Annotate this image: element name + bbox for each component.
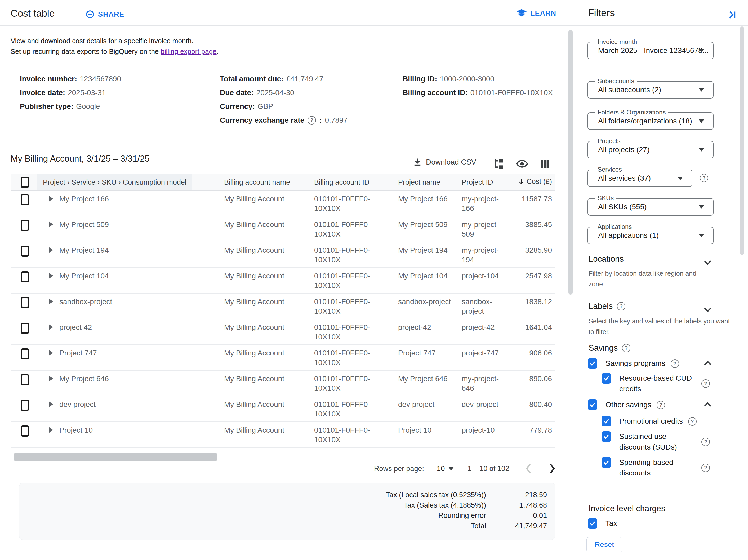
expand-row-icon[interactable] — [49, 247, 53, 253]
filters-scrollbar[interactable] — [740, 26, 744, 255]
next-page-button[interactable] — [548, 463, 556, 474]
row-checkbox[interactable] — [21, 194, 29, 205]
exchange-rate-label: Currency exchange rate — [220, 113, 304, 127]
cell-billing-account-id: 010101-F0FFF0-10X10X — [314, 323, 376, 342]
locations-section-title: Locations — [588, 254, 624, 264]
billing-export-link[interactable]: billing export page — [161, 47, 217, 55]
resource-cud-checkbox[interactable] — [602, 373, 611, 383]
cell-billing-account-name: My Billing Account — [224, 194, 314, 216]
row-checkbox[interactable] — [21, 323, 29, 334]
services-select[interactable]: Services All services (37) — [587, 169, 693, 187]
row-checkbox[interactable] — [21, 297, 29, 308]
help-icon[interactable]: ? — [307, 116, 316, 124]
expand-row-icon[interactable] — [49, 196, 53, 202]
column-header-project-name[interactable]: Project name — [398, 178, 462, 186]
invoice-month-select[interactable]: Invoice month March 2025 - Invoice 12345… — [587, 42, 714, 59]
cell-billing-account-name: My Billing Account — [224, 297, 314, 319]
chevron-down-icon[interactable] — [702, 304, 713, 315]
cell-billing-account-name: My Billing Account — [224, 348, 314, 370]
horizontal-scrollbar[interactable] — [14, 453, 217, 461]
column-header-cost[interactable]: Cost (£) — [510, 178, 555, 187]
select-all-checkbox[interactable] — [21, 177, 29, 188]
cell-billing-account-name: My Billing Account — [224, 323, 314, 344]
expand-row-icon[interactable] — [49, 299, 53, 304]
expand-row-icon[interactable] — [49, 401, 53, 407]
tax-checkbox[interactable] — [588, 518, 597, 529]
services-value: All services (37) — [598, 174, 651, 183]
help-icon[interactable]: ? — [701, 379, 710, 388]
table-row: My Project 104 My Billing Account 010101… — [10, 268, 555, 294]
spending-discounts-checkbox[interactable] — [602, 457, 611, 468]
table-header-row: Project › Service › SKU › Consumption mo… — [10, 174, 555, 191]
row-checkbox[interactable] — [21, 348, 29, 359]
table-row: dev project My Billing Account 010101-F0… — [10, 396, 555, 422]
row-checkbox[interactable] — [21, 246, 29, 257]
subaccounts-select[interactable]: Subaccounts All subaccounts (2) — [587, 81, 714, 98]
cell-project-group: sandbox-project — [59, 297, 112, 306]
column-header-project-id[interactable]: Project ID — [462, 178, 510, 186]
due-date-value: 2025-04-30 — [256, 89, 294, 97]
expand-row-icon[interactable] — [49, 376, 53, 381]
help-icon[interactable]: ? — [700, 174, 708, 182]
help-icon[interactable]: ? — [617, 302, 625, 310]
share-button[interactable]: SHARE — [85, 9, 124, 19]
row-checkbox[interactable] — [21, 425, 29, 437]
learn-button[interactable]: LEARN — [516, 8, 556, 18]
folders-organizations-select[interactable]: Folders & Organizations All folders/orga… — [587, 112, 714, 130]
column-header-billing-account-id[interactable]: Billing account ID — [314, 178, 398, 186]
cell-project-id: my-project-646 — [462, 374, 504, 393]
subaccounts-value: All subaccounts (2) — [598, 86, 661, 94]
billing-account-id-value: 010101-F0FFF0-10X10X — [470, 89, 553, 97]
expand-row-icon[interactable] — [49, 324, 53, 330]
skus-select[interactable]: SKUs All SKUs (555) — [587, 198, 714, 216]
expand-row-icon[interactable] — [49, 221, 53, 227]
rows-per-page-select[interactable]: 10 — [437, 465, 454, 473]
row-checkbox[interactable] — [21, 400, 29, 411]
row-checkbox[interactable] — [21, 220, 29, 231]
flatten-tree-icon[interactable] — [493, 158, 505, 169]
column-header-billing-account-name[interactable]: Billing account name — [224, 178, 314, 186]
other-savings-checkbox[interactable] — [588, 399, 597, 410]
download-csv-button[interactable]: Download CSV — [413, 157, 476, 167]
row-checkbox[interactable] — [21, 271, 29, 282]
chevron-down-icon — [699, 148, 704, 151]
chevron-down-icon — [678, 177, 683, 180]
help-icon[interactable]: ? — [657, 401, 665, 409]
table-row: project 42 My Billing Account 010101-F0F… — [10, 319, 555, 345]
labels-description: Select the key and values of the labels … — [588, 316, 737, 337]
expand-row-icon[interactable] — [49, 427, 53, 433]
cell-project-name: My Project 646 — [398, 374, 458, 383]
chevron-up-icon[interactable] — [702, 399, 713, 410]
projects-select[interactable]: Projects All projects (27) — [587, 141, 714, 158]
main-vertical-scrollbar[interactable] — [568, 30, 572, 295]
chevron-down-icon[interactable] — [702, 257, 713, 267]
cell-project-name: sandbox-project — [398, 297, 458, 306]
intro-text: View and download cost details for a spe… — [10, 36, 218, 57]
publisher-type-value: Google — [76, 102, 100, 111]
help-icon[interactable]: ? — [688, 417, 697, 426]
column-settings-icon[interactable] — [539, 158, 551, 169]
currency-label: Currency: — [220, 102, 255, 111]
cell-project-group: My Project 646 — [59, 374, 109, 383]
collapse-panel-icon[interactable] — [726, 9, 737, 20]
totals-label: Tax (Sales tax (4.1885%)) — [404, 500, 486, 511]
promotional-credits-checkbox[interactable] — [602, 416, 611, 426]
cell-project-id: my-project-166 — [462, 194, 504, 213]
expand-row-icon[interactable] — [49, 350, 53, 356]
cell-billing-account-name: My Billing Account — [224, 425, 314, 447]
column-header-project-group-label: Project › Service › SKU › Consumption mo… — [37, 174, 192, 190]
help-icon[interactable]: ? — [701, 464, 710, 472]
reset-button[interactable]: Reset — [586, 537, 622, 552]
help-icon[interactable]: ? — [622, 344, 630, 352]
expand-row-icon[interactable] — [49, 273, 53, 279]
savings-programs-checkbox[interactable] — [588, 358, 597, 369]
row-checkbox[interactable] — [21, 374, 29, 385]
suds-checkbox[interactable] — [602, 431, 611, 442]
column-header-project-group[interactable]: Project › Service › SKU › Consumption mo… — [37, 174, 224, 190]
visibility-eye-icon[interactable] — [516, 158, 528, 169]
chevron-up-icon[interactable] — [702, 358, 713, 369]
help-icon[interactable]: ? — [701, 438, 710, 446]
help-icon[interactable]: ? — [671, 359, 679, 368]
applications-select[interactable]: Applications All applications (1) — [587, 227, 714, 244]
previous-page-button[interactable] — [525, 463, 533, 474]
